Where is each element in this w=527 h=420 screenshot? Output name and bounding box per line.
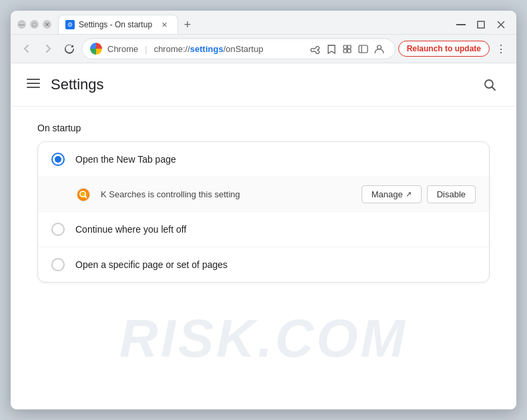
extensions-icon[interactable] <box>340 41 355 56</box>
option-specific-label: Open a specific page or set of pages <box>75 259 476 270</box>
profile-icon[interactable] <box>372 41 387 56</box>
option-continue-row[interactable]: Continue where you left off <box>38 212 489 247</box>
maximize-button[interactable]: □ <box>30 20 39 29</box>
svg-rect-6 <box>344 49 347 53</box>
watermark: RISK.COM <box>119 308 408 369</box>
tab-close-button[interactable]: ✕ <box>159 19 169 30</box>
relaunch-label: Relaunch to update <box>407 44 481 53</box>
sidebar-icon[interactable] <box>356 41 371 56</box>
radio-inner-new-tab <box>55 156 61 163</box>
option-new-tab-label: Open the New Tab page <box>75 154 476 165</box>
disable-label: Disable <box>437 189 466 199</box>
address-scheme: chrome:// <box>154 44 190 54</box>
back-button[interactable] <box>17 39 36 58</box>
extension-sub-actions: Manage ↗ Disable <box>362 185 476 203</box>
svg-rect-13 <box>27 87 40 88</box>
svg-rect-11 <box>27 79 40 80</box>
search-settings-button[interactable] <box>479 74 500 95</box>
manage-button[interactable]: Manage ↗ <box>362 185 422 203</box>
option-specific-row[interactable]: Open a specific page or set of pages <box>38 247 489 282</box>
bookmark-icon[interactable] <box>324 41 339 56</box>
external-link-icon: ↗ <box>406 190 412 199</box>
settings-header: Settings <box>11 63 516 107</box>
options-card: Open the New Tab page <box>37 141 490 283</box>
minimize-button[interactable]: — <box>17 20 26 29</box>
share-icon[interactable] <box>308 41 323 56</box>
browser-window: — □ ✕ ⚙ Settings - On startup ✕ + <box>10 10 517 410</box>
address-bold: settings <box>190 44 223 54</box>
more-options-button[interactable]: ⋮ <box>492 40 510 57</box>
svg-rect-4 <box>344 45 347 49</box>
address-path: /onStartup <box>223 44 264 54</box>
svg-rect-12 <box>27 83 40 84</box>
forward-button[interactable] <box>39 39 57 58</box>
tab-favicon: ⚙ <box>65 20 75 29</box>
nav-bar: Chrome | chrome://settings/onStartup <box>11 35 516 63</box>
section-title: On startup <box>37 123 490 133</box>
page-title: Settings <box>51 76 104 93</box>
chrome-label: Chrome <box>107 44 138 54</box>
window-controls: — □ ✕ <box>17 20 51 29</box>
restore-window-icon[interactable] <box>472 16 490 33</box>
minimize-window-icon[interactable] <box>452 16 470 33</box>
k-searches-icon <box>76 187 91 202</box>
option-new-tab-row[interactable]: Open the New Tab page <box>38 142 489 177</box>
option-continue-label: Continue where you left off <box>75 224 476 235</box>
new-tab-button[interactable]: + <box>178 15 197 34</box>
svg-point-17 <box>77 188 89 200</box>
content-area: RISK.COM Settings On startup <box>11 63 516 409</box>
radio-new-tab[interactable] <box>51 153 65 166</box>
svg-rect-5 <box>348 45 351 49</box>
svg-rect-1 <box>478 21 484 28</box>
title-bar-right <box>452 16 510 33</box>
reload-button[interactable] <box>60 39 79 58</box>
address-bar[interactable]: Chrome | chrome://settings/onStartup <box>81 38 396 59</box>
settings-content: On startup Open the New Tab page <box>11 107 516 299</box>
svg-rect-7 <box>348 49 351 53</box>
tab-title: Settings - On startup <box>79 20 155 29</box>
disable-button[interactable]: Disable <box>427 185 476 203</box>
k-searches-sub-row: K Searches is controlling this setting M… <box>38 177 489 212</box>
address-text: chrome://settings/onStartup <box>154 44 264 54</box>
close-button[interactable]: ✕ <box>43 20 51 29</box>
close-window-icon[interactable] <box>492 16 510 33</box>
k-searches-label: K Searches is controlling this setting <box>101 189 352 199</box>
svg-line-15 <box>492 87 496 91</box>
address-right-icons <box>308 41 387 56</box>
k-searches-icon-wrapper <box>75 187 91 203</box>
svg-rect-0 <box>456 24 466 25</box>
settings-header-left: Settings <box>27 76 104 93</box>
radio-specific[interactable] <box>51 258 65 271</box>
tab-bar: ⚙ Settings - On startup ✕ + <box>58 15 448 34</box>
manage-label: Manage <box>372 189 403 199</box>
radio-continue[interactable] <box>51 223 65 236</box>
chrome-logo-icon <box>90 43 102 55</box>
title-bar: — □ ✕ ⚙ Settings - On startup ✕ + <box>11 11 516 35</box>
active-tab[interactable]: ⚙ Settings - On startup ✕ <box>58 15 178 34</box>
svg-rect-8 <box>359 45 368 53</box>
address-separator: | <box>145 44 147 54</box>
relaunch-button[interactable]: Relaunch to update <box>398 41 490 57</box>
hamburger-menu-button[interactable] <box>27 77 40 93</box>
